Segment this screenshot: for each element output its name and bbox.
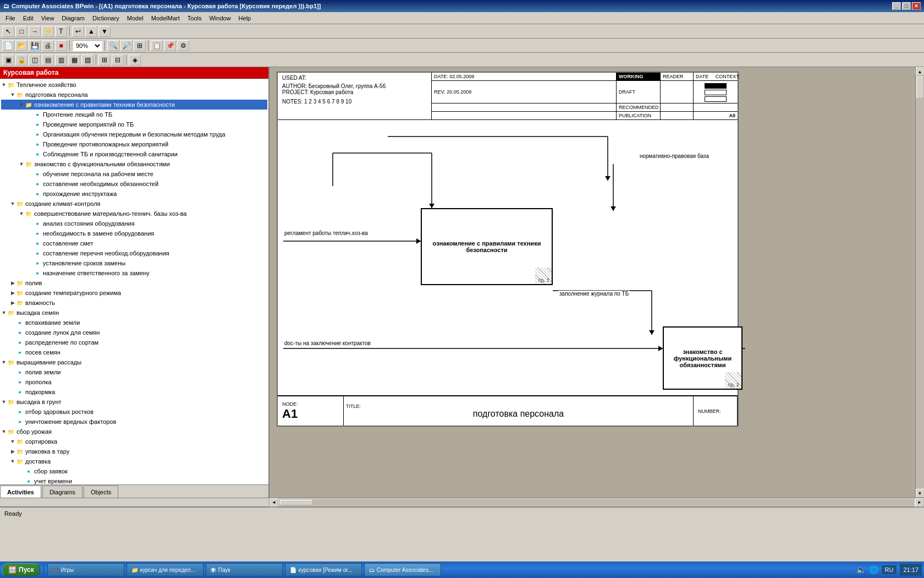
maximize-button[interactable]: □	[902, 2, 911, 10]
menu-file[interactable]: File	[2, 14, 19, 23]
tab-objects[interactable]: Objects	[84, 486, 118, 498]
tree-item-t20[interactable]: ▪назначение ответственного за замену	[1, 268, 267, 278]
tree-item-t10[interactable]: ▪обучение персонала на рабочем месте	[1, 169, 267, 179]
taskbar-kursach[interactable]: 📁 курсач для передел...	[127, 563, 204, 576]
idef-box-2[interactable]: знакомство с функциональными обязанностя…	[663, 326, 743, 390]
extra-tool-6[interactable]: ▦	[68, 54, 80, 66]
idef-box-1[interactable]: ознакомление с правилами техники безопас…	[421, 208, 553, 285]
tree-item-t16[interactable]: ▪необходимость в замене оборудования	[1, 228, 267, 238]
expand-icon-t39[interactable]: ▼	[10, 457, 15, 466]
menu-help[interactable]: Help	[235, 14, 255, 23]
tree-item-t1[interactable]: ▼📁Тепличное хозяйство	[1, 80, 267, 90]
tree-item-t14[interactable]: ▼📁совершенствование материально-технич. …	[1, 209, 267, 219]
tree-item-t8[interactable]: ▪Соблюдение ТБ и производственной санита…	[1, 149, 267, 159]
arrow-tool-button[interactable]: →	[29, 26, 41, 37]
tree-item-t18[interactable]: ▪составление перечня необход.оборудовани…	[1, 248, 267, 258]
tree-item-t40[interactable]: ▪сбор заявок	[1, 466, 267, 476]
expand-icon-t2[interactable]: ▼	[10, 90, 15, 99]
tree-item-t17[interactable]: ▪составление смет	[1, 238, 267, 248]
tree-item-t24[interactable]: ▼📁высадка семян	[1, 308, 267, 318]
lightning-tool-button[interactable]: ⚡	[42, 26, 54, 37]
taskbar-pauk[interactable]: 🕷 Паук	[206, 563, 283, 576]
select-tool-button[interactable]: ↖	[2, 26, 14, 37]
extra-tool-2[interactable]: 🔒	[15, 54, 28, 66]
extra-tool-4[interactable]: ▤	[42, 54, 54, 66]
box-tool-button[interactable]: □	[15, 26, 28, 37]
taskbar-kursovaya[interactable]: 📄 курсовая [Режим ог...	[285, 563, 362, 576]
undo-button[interactable]: ↩	[72, 26, 84, 37]
scroll-thumb[interactable]	[916, 77, 924, 99]
close-button[interactable]: ✕	[912, 2, 921, 10]
tree-item-t5[interactable]: ▪Проведение мероприятий по ТБ	[1, 119, 267, 129]
copy-button[interactable]: 📋	[151, 40, 163, 51]
tree-item-t22[interactable]: ▶📁создание температурного режима	[1, 288, 267, 298]
expand-icon-t21[interactable]: ▶	[10, 279, 15, 287]
expand-icon-t24[interactable]: ▼	[1, 308, 7, 317]
menu-window[interactable]: Window	[206, 14, 234, 23]
diagram-scroll[interactable]: USED AT: AUTHOR: Бескровный Олег, группа…	[272, 67, 915, 498]
minimize-button[interactable]: _	[892, 2, 901, 10]
tree-item-t38[interactable]: ▶📁упаковка в тару	[1, 446, 267, 456]
fit-button[interactable]: ⊞	[134, 40, 146, 51]
expand-icon-t9[interactable]: ▼	[19, 160, 24, 168]
extra-tool-7[interactable]: ▧	[81, 54, 94, 66]
expand-icon-t23[interactable]: ▶	[10, 298, 15, 307]
menu-dictionary[interactable]: Dictionary	[89, 14, 123, 23]
expand-icon-t29[interactable]: ▼	[1, 358, 7, 367]
tree-item-t36[interactable]: ▼📁сбор урожая	[1, 427, 267, 437]
text-tool-button[interactable]: T	[55, 26, 67, 37]
tree-item-t11[interactable]: ▪составление необходимых обязанностей	[1, 179, 267, 189]
menu-modelmart[interactable]: ModelMart	[148, 14, 183, 23]
redo-button[interactable]: ▲	[85, 26, 97, 37]
zoom-select[interactable]: 90% 100% 75% 50%	[72, 40, 102, 51]
expand-icon-t22[interactable]: ▶	[10, 288, 15, 297]
zoom-out-button[interactable]: 🔎	[120, 40, 133, 51]
tree-item-t3[interactable]: ▼📁ознакомление с правилами техники безоп…	[1, 100, 267, 110]
menu-tools[interactable]: Tools	[184, 14, 205, 23]
tree-item-t7[interactable]: ▪Проведение противопожарных мероприятий	[1, 139, 267, 149]
tree-item-t27[interactable]: ▪распределение по сортам	[1, 337, 267, 347]
tree-item-t6[interactable]: ▪Организация обучения передовым и безопа…	[1, 129, 267, 139]
tree-item-t28[interactable]: ▪посев семян	[1, 347, 267, 357]
tree-item-t35[interactable]: ▪уничтожение вредных факторов	[1, 417, 267, 427]
tree-item-t4[interactable]: ▪Прочтение лекций по ТБ	[1, 110, 267, 119]
taskbar-games[interactable]: 🎮 Игры	[47, 563, 124, 576]
expand-icon-t37[interactable]: ▼	[10, 437, 15, 446]
color-button[interactable]: ■	[55, 40, 67, 51]
extra-tool-8[interactable]: ⊞	[98, 54, 111, 66]
tree-item-t23[interactable]: ▶📁влажность	[1, 298, 267, 308]
tree-item-t32[interactable]: ▪подкормка	[1, 387, 267, 397]
tree-item-t9[interactable]: ▼📁знакомство с функциональными обязаннос…	[1, 159, 267, 169]
tab-diagrams[interactable]: Diagrams	[42, 486, 82, 498]
zoom-in-button[interactable]: 🔍	[107, 40, 119, 51]
save-button[interactable]: 💾	[29, 40, 41, 51]
down-button[interactable]: ▼	[98, 26, 111, 37]
open-button[interactable]: 📂	[15, 40, 28, 51]
expand-icon-t13[interactable]: ▼	[10, 199, 15, 208]
extra-tool-1[interactable]: ▣	[2, 54, 14, 66]
tree-item-t2[interactable]: ▼📁подготовка персонала	[1, 90, 267, 100]
expand-icon-t14[interactable]: ▼	[19, 209, 24, 218]
tree-container[interactable]: ▼📁Тепличное хозяйство▼📁подготовка персон…	[0, 79, 268, 484]
scroll-up-button[interactable]: ▲	[916, 67, 925, 76]
menu-edit[interactable]: Edit	[20, 14, 37, 23]
expand-icon-t1[interactable]: ▼	[1, 80, 7, 89]
lang-indicator[interactable]: RU	[882, 565, 897, 574]
new-button[interactable]: 📄	[2, 40, 14, 51]
hscroll-track[interactable]	[279, 499, 914, 506]
start-button[interactable]: 🪟 Пуск	[2, 563, 40, 576]
tree-item-t29[interactable]: ▼📁выращивание рассады	[1, 357, 267, 367]
scroll-down-button[interactable]: ▼	[916, 489, 925, 498]
hscroll-right-btn[interactable]: ►	[915, 498, 924, 507]
expand-icon-t3[interactable]: ▼	[19, 100, 24, 109]
tree-item-t21[interactable]: ▶📁полив	[1, 278, 267, 288]
hscroll-left-btn[interactable]: ◄	[270, 498, 278, 507]
tree-item-t34[interactable]: ▪отбор здоровых ростков	[1, 407, 267, 417]
horizontal-scroll[interactable]: ◄ ►	[0, 498, 924, 506]
menu-model[interactable]: Model	[124, 14, 147, 23]
tree-item-t33[interactable]: ▼📁высадка в грунт	[1, 397, 267, 407]
paste-button[interactable]: 📌	[164, 40, 176, 51]
extra-tool-9[interactable]: ⊟	[112, 54, 124, 66]
tree-item-t37[interactable]: ▼📁сортировка	[1, 437, 267, 446]
expand-icon-t33[interactable]: ▼	[1, 397, 7, 406]
